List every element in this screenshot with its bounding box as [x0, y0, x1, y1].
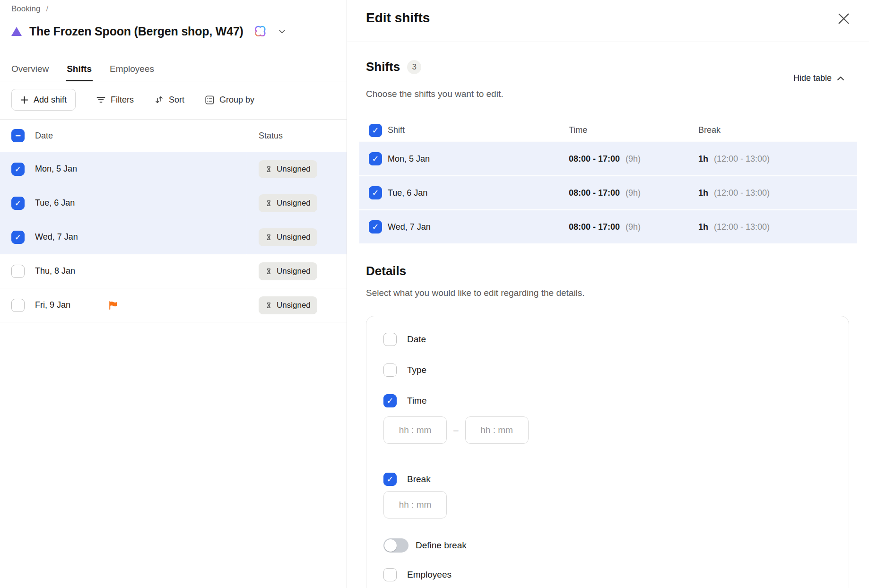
break-option-label: Break — [407, 474, 431, 484]
break-length: 1h — [698, 222, 708, 232]
shift-duration: (9h) — [626, 188, 641, 198]
status-badge: Unsigned — [259, 296, 317, 314]
shifts-section-heading: Shifts 3 — [366, 60, 421, 74]
time-column-header: Time — [569, 125, 698, 135]
details-subtitle: Select what you would like to edit regar… — [366, 288, 585, 298]
edit-shift-row[interactable]: Tue, 6 Jan 08:00 - 17:00(9h) 1h(12:00 - … — [359, 176, 857, 209]
drawer-title: Edit shifts — [366, 10, 430, 26]
breadcrumb-separator: / — [46, 4, 48, 14]
edit-shift-row[interactable]: Wed, 7 Jan 08:00 - 17:00(9h) 1h(12:00 - … — [359, 210, 857, 243]
select-all-checkbox[interactable] — [11, 129, 25, 142]
define-break-row: Define break — [383, 538, 832, 553]
break-window: (12:00 - 13:00) — [714, 222, 770, 232]
details-card: Date Type Time – Break — [366, 316, 849, 588]
shift-duration: (9h) — [626, 222, 641, 232]
shifts-toolbar: Add shift Filters Sort — [11, 89, 254, 111]
filters-button[interactable]: Filters — [96, 95, 134, 105]
type-checkbox[interactable] — [383, 363, 397, 377]
shift-checkbox[interactable] — [369, 186, 382, 199]
chevron-up-icon — [837, 76, 844, 81]
break-column-header: Break — [698, 125, 857, 135]
sort-label: Sort — [169, 95, 184, 105]
table-row[interactable]: Tue, 6 Jan Unsigned — [0, 186, 347, 220]
status-column-header: Status — [259, 131, 283, 141]
date-checkbox[interactable] — [383, 333, 397, 346]
shift-time: 08:00 - 17:00 — [569, 188, 620, 198]
date-column-header: Date — [35, 131, 53, 141]
breadcrumb-booking-link[interactable]: Booking — [11, 4, 40, 14]
shifts-table-header: Date Status — [0, 119, 347, 152]
shifts-table: Date Status Mon, 5 Jan Unsigned Tue, 6 J… — [0, 119, 347, 322]
time-range: – — [383, 416, 832, 444]
shift-time: 08:00 - 17:00 — [569, 154, 620, 164]
employees-checkbox[interactable] — [383, 568, 397, 581]
tab-shifts[interactable]: Shifts — [67, 57, 92, 81]
plus-icon — [20, 96, 28, 104]
time-to-input[interactable] — [465, 416, 529, 444]
close-icon[interactable] — [837, 12, 850, 25]
option-date: Date — [383, 332, 832, 346]
option-time: Time — [383, 394, 832, 408]
filter-icon — [96, 96, 105, 104]
sort-icon — [155, 95, 164, 104]
option-employees: Employees — [383, 568, 832, 582]
status-text: Unsigned — [277, 164, 311, 174]
row-checkbox[interactable] — [11, 299, 25, 312]
group-by-icon — [205, 95, 214, 104]
break-duration-input[interactable] — [383, 491, 447, 519]
group-by-button[interactable]: Group by — [205, 95, 254, 105]
flag-icon — [108, 301, 118, 310]
status-text: Unsigned — [277, 267, 311, 276]
add-shift-label: Add shift — [34, 95, 67, 105]
table-row[interactable]: Mon, 5 Jan Unsigned — [0, 152, 347, 186]
edit-shift-row[interactable]: Mon, 5 Jan 08:00 - 17:00(9h) 1h(12:00 - … — [359, 142, 857, 175]
add-shift-button[interactable]: Add shift — [11, 89, 76, 111]
row-checkbox[interactable] — [11, 231, 25, 244]
booking-panel: Booking / The Frozen Spoon (Bergen shop,… — [0, 0, 347, 588]
tab-overview[interactable]: Overview — [11, 57, 49, 81]
time-from-input[interactable] — [383, 416, 447, 444]
shift-column-header: Shift — [388, 125, 569, 135]
type-option-label: Type — [407, 365, 426, 375]
status-badge: Unsigned — [259, 194, 317, 212]
break-input-row — [383, 491, 832, 519]
app-window: Booking / The Frozen Spoon (Bergen shop,… — [0, 0, 869, 588]
hide-table-button[interactable]: Hide table — [793, 73, 844, 83]
row-date: Thu, 8 Jan — [35, 266, 75, 276]
sort-button[interactable]: Sort — [155, 95, 184, 105]
edit-shifts-table-header: Shift Time Break — [359, 120, 857, 141]
define-break-toggle[interactable] — [383, 538, 408, 553]
details-heading: Details — [366, 264, 406, 278]
row-checkbox[interactable] — [11, 265, 25, 278]
table-row[interactable]: Wed, 7 Jan Unsigned — [0, 220, 347, 254]
squircle-gradient-icon[interactable] — [254, 25, 267, 38]
row-checkbox[interactable] — [11, 197, 25, 210]
status-text: Unsigned — [277, 199, 311, 208]
shift-date: Wed, 7 Jan — [388, 222, 569, 232]
break-window: (12:00 - 13:00) — [714, 188, 770, 198]
employees-option-label: Employees — [407, 570, 452, 580]
shift-checkbox[interactable] — [369, 152, 382, 165]
table-row[interactable]: Thu, 8 Jan Unsigned — [0, 254, 347, 288]
row-date: Wed, 7 Jan — [35, 232, 78, 242]
break-checkbox[interactable] — [383, 473, 397, 486]
page-title-row: The Frozen Spoon (Bergen shop, W47) — [11, 22, 286, 41]
status-badge: Unsigned — [259, 160, 317, 178]
edit-shifts-drawer: Edit shifts Shifts 3 Hide table Choose t… — [347, 0, 869, 588]
status-text: Unsigned — [277, 301, 311, 310]
row-date: Tue, 6 Jan — [35, 198, 75, 208]
range-separator: – — [453, 425, 459, 435]
row-date: Mon, 5 Jan — [35, 164, 77, 174]
time-checkbox[interactable] — [383, 394, 397, 407]
shifts-heading-text: Shifts — [366, 60, 400, 74]
tab-bar: Overview Shifts Employees — [0, 57, 347, 81]
row-checkbox[interactable] — [11, 163, 25, 176]
tab-employees[interactable]: Employees — [110, 57, 154, 81]
edit-shifts-table: Shift Time Break Mon, 5 Jan 08:00 - 17:0… — [359, 120, 857, 243]
shift-time: 08:00 - 17:00 — [569, 222, 620, 232]
table-row[interactable]: Fri, 9 Jan Unsigned — [0, 288, 347, 322]
shift-checkbox[interactable] — [369, 220, 382, 233]
select-all-shifts-checkbox[interactable] — [369, 124, 382, 137]
chevron-down-icon[interactable] — [278, 27, 286, 35]
hide-table-label: Hide table — [793, 73, 832, 83]
